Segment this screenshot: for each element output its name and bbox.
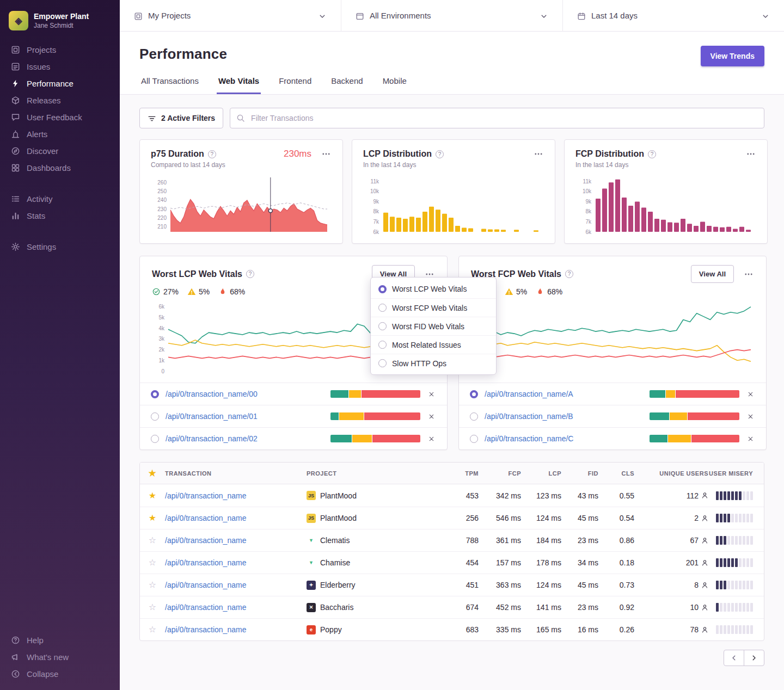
sidebar-item-performance[interactable]: Performance (0, 75, 120, 92)
sidebar-item-releases[interactable]: Releases (0, 92, 120, 109)
date-range-selector[interactable]: Last 14 days (562, 0, 784, 31)
table-row[interactable]: ☆/api/0/transaction_name▼Chamise454157 m… (140, 551, 764, 574)
transaction-link[interactable]: /api/0/transaction_name/00 (166, 390, 258, 398)
transaction-link[interactable]: /api/0/transaction_name (165, 514, 246, 522)
more-options-icon[interactable] (533, 149, 544, 159)
radio-icon[interactable] (470, 435, 478, 443)
transaction-link[interactable]: /api/0/transaction_name/C (485, 434, 573, 443)
menu-item-worst-lcp-web-vitals[interactable]: Worst LCP Web Vitals (371, 280, 496, 298)
sidebar-item-help[interactable]: Help (0, 632, 120, 649)
project-cell[interactable]: JSPlantMood (307, 491, 440, 500)
project-cell[interactable]: ▼Clematis (307, 536, 440, 545)
project-cell[interactable]: ✦Elderberry (307, 581, 440, 590)
help-icon[interactable]: ? (208, 150, 216, 158)
radio-icon[interactable] (151, 412, 159, 421)
transaction-link[interactable]: /api/0/transaction_name/A (485, 390, 573, 398)
sidebar-item-discover[interactable]: Discover (0, 143, 120, 159)
search-input[interactable] (230, 108, 764, 128)
transaction-link[interactable]: /api/0/transaction_name (165, 558, 246, 567)
menu-item-slow-http-ops[interactable]: Slow HTTP Ops (371, 354, 496, 372)
help-icon[interactable]: ? (246, 270, 254, 278)
more-options-icon[interactable] (321, 149, 332, 159)
help-icon[interactable]: ? (565, 270, 573, 278)
project-selector[interactable]: My Projects (120, 0, 341, 31)
sidebar-item-collapse[interactable]: Collapse (0, 666, 120, 682)
fcp-distribution-chart[interactable]: 11k10k9k8k7k6k (575, 174, 756, 237)
sidebar-item-issues[interactable]: Issues (0, 58, 120, 75)
close-button[interactable] (427, 434, 436, 443)
active-filters-button[interactable]: 2 Active Filters (139, 108, 223, 128)
sidebar-item-what-s-new[interactable]: What's new (0, 649, 120, 666)
close-button[interactable] (746, 390, 755, 399)
transaction-link[interactable]: /api/0/transaction_name (165, 491, 246, 500)
close-button[interactable] (427, 412, 436, 421)
project-cell[interactable]: ▼Chamise (307, 558, 440, 568)
tab-frontend[interactable]: Frontend (277, 76, 313, 94)
sidebar-item-projects[interactable]: Projects (0, 41, 120, 58)
help-icon[interactable]: ? (648, 150, 656, 158)
star-icon[interactable]: ☆ (149, 558, 156, 567)
org-switcher[interactable]: ◈ Empower Plant Jane Schmidt (0, 8, 120, 41)
tab-mobile[interactable]: Mobile (381, 76, 408, 94)
radio-icon[interactable] (151, 390, 159, 398)
star-icon[interactable]: ★ (149, 491, 156, 500)
vital-transaction-row[interactable]: /api/0/transaction_name/00 (140, 383, 447, 405)
table-row[interactable]: ☆/api/0/transaction_nameePoppy683335 ms1… (140, 618, 764, 640)
worst-fcp-chart[interactable]: 6k5k4k3k2k1k0 (471, 297, 754, 379)
vital-transaction-row[interactable]: /api/0/transaction_name/A (459, 383, 766, 405)
star-icon[interactable]: ☆ (149, 625, 156, 634)
transaction-link[interactable]: /api/0/transaction_name (165, 625, 246, 634)
sidebar-item-alerts[interactable]: Alerts (0, 126, 120, 143)
more-options-icon[interactable] (743, 269, 754, 280)
close-button[interactable] (746, 412, 755, 421)
sidebar-item-settings[interactable]: Settings (0, 238, 120, 255)
view-all-button[interactable]: View All (691, 265, 734, 283)
tab-web-vitals[interactable]: Web Vitals (217, 76, 261, 94)
project-cell[interactable]: JSPlantMood (307, 514, 440, 523)
previous-page-button[interactable] (724, 650, 744, 666)
radio-icon[interactable] (151, 435, 159, 443)
menu-item-worst-fid-web-vitals[interactable]: Worst FID Web Vitals (371, 317, 496, 335)
project-cell[interactable]: ePoppy (307, 625, 440, 634)
close-button[interactable] (427, 390, 436, 399)
vital-transaction-row[interactable]: /api/0/transaction_name/01 (140, 405, 447, 427)
sidebar-item-stats[interactable]: Stats (0, 207, 120, 224)
help-icon[interactable]: ? (436, 150, 444, 158)
table-row[interactable]: ☆/api/0/transaction_name✕Baccharis674452… (140, 596, 764, 618)
close-button[interactable] (746, 434, 755, 443)
star-icon[interactable]: ☆ (149, 536, 156, 545)
transaction-link[interactable]: /api/0/transaction_name/02 (166, 434, 258, 443)
menu-item-worst-fcp-web-vitals[interactable]: Worst FCP Web Vitals (371, 298, 496, 317)
sidebar-item-activity[interactable]: Activity (0, 190, 120, 207)
next-page-button[interactable] (744, 650, 764, 666)
environment-selector[interactable]: All Environments (341, 0, 562, 31)
vital-transaction-row[interactable]: /api/0/transaction_name/02 (140, 427, 447, 449)
star-icon[interactable]: ★ (149, 514, 156, 522)
transaction-link[interactable]: /api/0/transaction_name/B (485, 412, 573, 421)
lcp-distribution-chart[interactable]: 11k10k9k8k7k6k (363, 174, 544, 237)
tab-backend[interactable]: Backend (329, 76, 364, 94)
radio-icon[interactable] (470, 412, 478, 421)
star-icon[interactable]: ☆ (149, 581, 156, 589)
transaction-link[interactable]: /api/0/transaction_name (165, 581, 246, 589)
vital-transaction-row[interactable]: /api/0/transaction_name/C (459, 427, 766, 449)
table-row[interactable]: ★/api/0/transaction_nameJSPlantMood25654… (140, 507, 764, 529)
star-icon[interactable]: ☆ (149, 603, 156, 612)
transaction-link[interactable]: /api/0/transaction_name (165, 603, 246, 612)
project-cell[interactable]: ✕Baccharis (307, 603, 440, 612)
transaction-link[interactable]: /api/0/transaction_name (165, 536, 246, 545)
table-row[interactable]: ☆/api/0/transaction_name✦Elderberry45136… (140, 574, 764, 596)
vital-transaction-row[interactable]: /api/0/transaction_name/B (459, 405, 766, 427)
table-row[interactable]: ★/api/0/transaction_nameJSPlantMood45334… (140, 484, 764, 507)
sidebar-item-dashboards[interactable]: Dashboards (0, 159, 120, 176)
table-row[interactable]: ☆/api/0/transaction_name▼Clematis788361 … (140, 529, 764, 551)
p75-duration-chart[interactable]: 260250240230220210 (151, 174, 332, 237)
radio-icon[interactable] (470, 390, 478, 398)
more-options-icon[interactable] (745, 149, 756, 159)
transaction-link[interactable]: /api/0/transaction_name/01 (166, 412, 258, 421)
view-trends-button[interactable]: View Trends (701, 46, 764, 66)
worst-vitals-row: Worst LCP Web Vitals ? View All 27%5%68%… (139, 256, 764, 450)
menu-item-most-related-issues[interactable]: Most Related Issues (371, 335, 496, 354)
sidebar-item-user-feedback[interactable]: User Feedback (0, 109, 120, 126)
tab-all-transactions[interactable]: All Transactions (139, 76, 200, 94)
